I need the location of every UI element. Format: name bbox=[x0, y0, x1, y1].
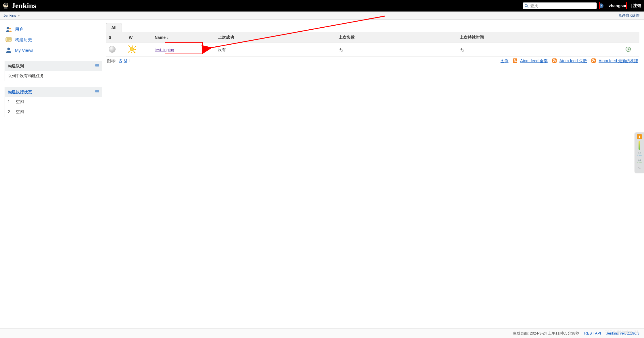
cell-last-failure: 无 bbox=[336, 43, 457, 57]
task-users[interactable]: 用户 bbox=[5, 24, 102, 35]
search-box bbox=[523, 2, 597, 9]
breadcrumb-item[interactable]: Jenkins bbox=[3, 13, 16, 18]
pane-header-queue: 构建队列 bbox=[5, 61, 102, 71]
top-header: Jenkins ? zhangsan | 注销 bbox=[0, 0, 644, 12]
svg-point-21 bbox=[553, 61, 554, 62]
task-label: My Views bbox=[15, 48, 33, 53]
task-my-views[interactable]: My Views bbox=[5, 45, 102, 55]
icon-size-switcher: 图标: S M L bbox=[107, 58, 131, 64]
svg-point-9 bbox=[7, 27, 9, 29]
collapse-icon[interactable] bbox=[95, 64, 99, 67]
history-icon bbox=[5, 36, 12, 43]
collapse-icon[interactable] bbox=[95, 90, 99, 92]
task-label: 用户 bbox=[15, 27, 24, 32]
header-separator: | bbox=[631, 3, 632, 8]
user-icon bbox=[5, 47, 12, 54]
jenkins-head-icon bbox=[2, 2, 10, 10]
task-build-history[interactable]: 构建历史 bbox=[5, 35, 102, 45]
executor-status: 空闲 bbox=[16, 109, 24, 115]
icon-size-s[interactable]: S bbox=[119, 58, 122, 63]
feed-links: 图例 Atom feed 全部 Atom feed 失败 Atom feed 最… bbox=[499, 58, 638, 64]
schedule-build-icon[interactable] bbox=[625, 46, 631, 52]
logo-text: Jenkins bbox=[12, 1, 36, 10]
side-tasks: 用户 构建历史 My Views bbox=[5, 24, 102, 55]
col-status[interactable]: S bbox=[106, 32, 126, 43]
logo[interactable]: Jenkins bbox=[2, 1, 36, 10]
svg-point-15 bbox=[7, 48, 10, 50]
chevron-right-icon: ▸ bbox=[18, 14, 20, 17]
col-build bbox=[622, 32, 639, 43]
jobs-table: S W Name ↓ 上次成功 上次失败 上次持续时间 test- bbox=[106, 32, 639, 57]
status-ball-icon bbox=[109, 46, 116, 53]
queue-empty-row: 队列中没有构建任务 bbox=[5, 71, 102, 81]
icon-size-m[interactable]: M bbox=[124, 58, 127, 63]
legend-link[interactable]: 图例 bbox=[501, 58, 509, 63]
rss-icon bbox=[591, 58, 596, 63]
cell-last-duration: 无 bbox=[457, 43, 622, 57]
executor-number: 2 bbox=[8, 109, 12, 115]
svg-point-1 bbox=[5, 5, 5, 6]
table-row: test-linging 没有 无 无 bbox=[106, 43, 639, 57]
side-panel: 用户 构建历史 My Views 构建队列 队列中没有构建任务 bbox=[0, 20, 106, 121]
tab-all[interactable]: All bbox=[106, 23, 122, 32]
users-icon bbox=[5, 26, 12, 33]
rss-icon bbox=[513, 58, 517, 63]
executor-status: 空闲 bbox=[16, 99, 24, 105]
search-input[interactable] bbox=[523, 2, 597, 9]
executor-row: 2 空闲 bbox=[5, 107, 102, 117]
main-panel: All S W Name ↓ 上次成功 上次失败 上次持续时间 bbox=[106, 20, 644, 121]
pane-header-executors[interactable]: 构建执行状态 bbox=[5, 87, 102, 97]
col-weather[interactable]: W bbox=[126, 32, 152, 43]
rss-fail-link[interactable]: Atom feed 失败 bbox=[559, 58, 587, 63]
username-link[interactable]: zhangsan bbox=[607, 3, 629, 9]
build-queue-pane: 构建队列 队列中没有构建任务 bbox=[5, 61, 102, 81]
auto-refresh-link[interactable]: 允许自动刷新 bbox=[618, 13, 641, 18]
svg-point-10 bbox=[9, 28, 11, 29]
svg-text:?: ? bbox=[600, 4, 602, 8]
col-last-success[interactable]: 上次成功 bbox=[215, 32, 336, 43]
rss-latest-link[interactable]: Atom feed 最新的构建 bbox=[599, 58, 638, 63]
rss-all-link[interactable]: Atom feed 全部 bbox=[520, 58, 548, 63]
executor-row: 1 空闲 bbox=[5, 97, 102, 107]
col-last-failure[interactable]: 上次失败 bbox=[336, 32, 457, 43]
logout-link[interactable]: 注销 bbox=[633, 3, 641, 8]
svg-point-19 bbox=[514, 61, 515, 62]
svg-point-23 bbox=[592, 61, 593, 62]
weather-sunny-icon bbox=[129, 46, 135, 52]
table-footer: 图标: S M L 图例 Atom feed 全部 Atom feed 失败 A… bbox=[106, 57, 639, 65]
view-tabs: All bbox=[106, 23, 639, 32]
help-icon[interactable]: ? bbox=[599, 3, 604, 8]
rss-icon bbox=[552, 58, 557, 63]
col-name[interactable]: Name ↓ bbox=[152, 32, 215, 43]
icon-size-l: L bbox=[129, 58, 131, 63]
svg-line-6 bbox=[527, 6, 528, 7]
svg-rect-4 bbox=[5, 8, 6, 8]
col-last-duration[interactable]: 上次持续时间 bbox=[457, 32, 622, 43]
cell-last-success: 没有 bbox=[215, 43, 336, 57]
executor-number: 1 bbox=[8, 99, 12, 105]
search-icon bbox=[524, 4, 529, 8]
task-label: 构建历史 bbox=[15, 37, 32, 43]
breadcrumb: Jenkins ▸ 允许自动刷新 bbox=[0, 12, 644, 20]
job-name-link[interactable]: test-linging bbox=[155, 48, 174, 52]
svg-point-2 bbox=[6, 5, 7, 6]
executors-pane: 构建执行状态 1 空闲 2 空闲 bbox=[5, 87, 102, 117]
